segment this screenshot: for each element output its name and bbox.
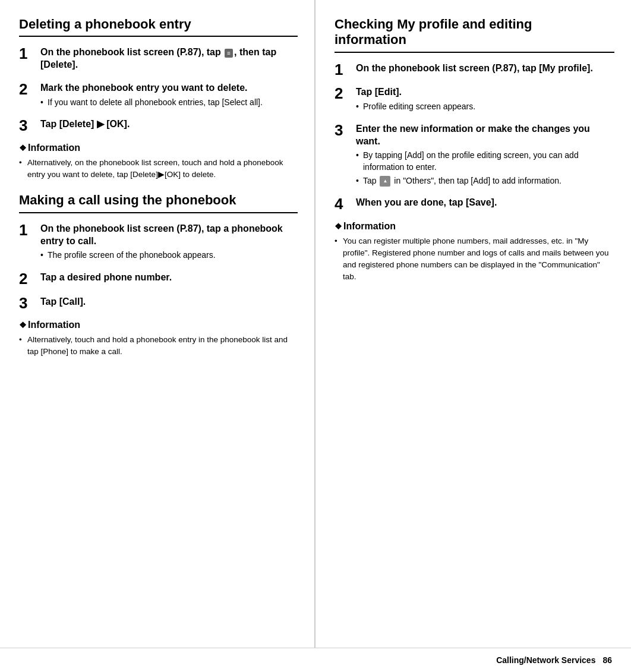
step-bullet-1: By tapping [Add] on the profile editing …	[356, 150, 614, 173]
step-4-profile: 4 When you are done, tap [Save].	[335, 197, 614, 213]
step-number: 4	[335, 195, 356, 213]
section-title-checking: Checking My profile and editinginformati…	[335, 17, 614, 48]
step-number: 2	[335, 85, 356, 102]
up-arrow-icon	[380, 176, 390, 187]
step-3-delete: 3 Tap [Delete] ▶ [OK].	[19, 118, 298, 134]
information-profile: Information You can register multiple ph…	[335, 221, 614, 283]
step-main: Tap [Edit].	[356, 86, 614, 99]
information-bullet: Alternatively, touch and hold a phoneboo…	[19, 334, 298, 358]
step-content: On the phonebook list screen (P.87), tap…	[40, 223, 298, 263]
step-bullet: The profile screen of the phonebook appe…	[40, 250, 298, 261]
step-number: 3	[19, 295, 40, 312]
page-container: Deleting a phonebook entry 1 On the phon…	[0, 0, 631, 648]
step-main: On the phonebook list screen (P.87), tap…	[40, 223, 298, 248]
information-bullet: Alternatively, on the phonebook list scr…	[19, 157, 298, 181]
step-number: 2	[19, 81, 40, 98]
step-number: 1	[335, 61, 356, 78]
step-content: On the phonebook list screen (P.87), tap…	[356, 62, 614, 77]
step-number: 2	[19, 270, 40, 288]
step-bullet: If you want to delete all phonebook entr…	[40, 97, 298, 109]
section-deleting: Deleting a phonebook entry 1 On the phon…	[19, 17, 298, 181]
step-content: Enter the new information or make the ch…	[356, 123, 614, 188]
step-main: Tap [Delete] ▶ [OK].	[40, 118, 298, 131]
step-number: 1	[19, 45, 40, 62]
information-title: Information	[19, 320, 298, 330]
right-column: Checking My profile and editinginformati…	[316, 0, 631, 648]
footer-page-number: 86	[602, 655, 612, 665]
information-title: Information	[19, 143, 298, 153]
step-number: 3	[19, 117, 40, 134]
step-content: Tap [Call].	[40, 296, 298, 311]
step-2-call: 2 Tap a desired phone number.	[19, 272, 298, 288]
menu-icon: ≡	[225, 49, 233, 58]
section-divider-2	[19, 212, 298, 213]
section-divider	[19, 36, 298, 37]
step-content: When you are done, tap [Save].	[356, 197, 614, 212]
left-column: Deleting a phonebook entry 1 On the phon…	[0, 0, 316, 648]
footer-label: Calling/Network Services	[496, 655, 595, 665]
step-2-delete: 2 Mark the phonebook entry you want to d…	[19, 82, 298, 110]
step-3-profile: 3 Enter the new information or make the …	[335, 123, 614, 188]
step-main: Enter the new information or make the ch…	[356, 123, 614, 148]
step-bullet: Profile editing screen appears.	[356, 101, 614, 113]
section-title-deleting: Deleting a phonebook entry	[19, 17, 298, 32]
section-checking-profile: Checking My profile and editinginformati…	[335, 17, 614, 283]
step-2-profile: 2 Tap [Edit]. Profile editing screen app…	[335, 86, 614, 114]
step-content: Tap [Edit]. Profile editing screen appea…	[356, 86, 614, 114]
step-bullet-2: Tap in "Others", then tap [Add] to add i…	[356, 175, 614, 187]
step-main: Mark the phonebook entry you want to del…	[40, 82, 298, 94]
information-call: Information Alternatively, touch and hol…	[19, 320, 298, 358]
step-1-delete: 1 On the phonebook list screen (P.87), t…	[19, 46, 298, 74]
step-content: Tap a desired phone number.	[40, 272, 298, 286]
step-main: Tap a desired phone number.	[40, 272, 298, 284]
step-main: Tap [Call].	[40, 296, 298, 308]
step-1-call: 1 On the phonebook list screen (P.87), t…	[19, 223, 298, 263]
section-title-making-call: Making a call using the phonebook	[19, 193, 298, 208]
step-1-profile: 1 On the phonebook list screen (P.87), t…	[335, 62, 614, 78]
section-making-call: Making a call using the phonebook 1 On t…	[19, 193, 298, 358]
step-content: Tap [Delete] ▶ [OK].	[40, 118, 298, 133]
information-bullet: You can register multiple phone numbers,…	[335, 235, 614, 283]
information-title: Information	[335, 221, 614, 232]
step-main: When you are done, tap [Save].	[356, 197, 614, 209]
step-3-call: 3 Tap [Call].	[19, 296, 298, 312]
section-divider-right	[335, 52, 614, 53]
step-number: 3	[335, 122, 356, 139]
page-footer: Calling/Network Services 86	[0, 648, 631, 672]
step-content: Mark the phonebook entry you want to del…	[40, 82, 298, 110]
step-content: On the phonebook list screen (P.87), tap…	[40, 46, 298, 74]
step-number: 1	[19, 222, 40, 239]
step-main: On the phonebook list screen (P.87), tap…	[356, 62, 614, 75]
step-main: On the phonebook list screen (P.87), tap…	[40, 46, 298, 71]
information-deleting: Information Alternatively, on the phoneb…	[19, 143, 298, 181]
